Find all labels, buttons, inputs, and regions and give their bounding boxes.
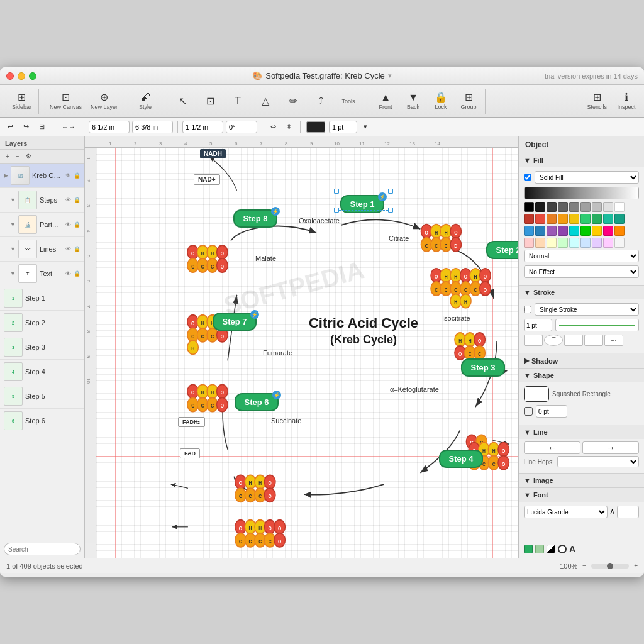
width-input[interactable] (182, 121, 223, 133)
blend-mode-select[interactable]: Normal (524, 250, 639, 262)
step1-bubble[interactable]: Step 1 ⚡ (340, 195, 384, 213)
stroke-arrow-style1[interactable]: — (564, 335, 583, 346)
shadow-section-header[interactable]: ▶ Shadow (519, 353, 644, 368)
layer-step5[interactable]: 5 Step 5 (0, 384, 84, 409)
stroke-round-cap[interactable]: ⌒ (544, 335, 563, 346)
fill-checkbox[interactable] (524, 174, 531, 181)
stroke-color-preview[interactable] (306, 121, 325, 133)
swatch-purple[interactable] (547, 226, 557, 236)
shape-preview[interactable] (524, 386, 549, 402)
line-hops-select[interactable] (557, 456, 639, 467)
swatch-gray2[interactable] (558, 202, 568, 212)
color-gradient-bar[interactable] (524, 187, 639, 199)
stroke-color-preview[interactable] (555, 319, 639, 331)
shape-tool[interactable]: △ (253, 94, 278, 108)
swatch-pink[interactable] (603, 226, 613, 236)
swatch-blue[interactable] (524, 226, 534, 236)
tb2-more[interactable]: ▾ (360, 121, 371, 133)
x-position-input[interactable] (89, 121, 130, 133)
swatch-pastellred[interactable] (524, 238, 534, 248)
style-button[interactable]: 🖌 Style (133, 91, 158, 112)
layer-step2[interactable]: 2 Step 2 (0, 311, 84, 335)
swatch-white[interactable] (614, 202, 625, 212)
no-fill-indicator[interactable] (547, 545, 555, 553)
new-canvas-button[interactable]: ⊡ New Canvas (47, 91, 85, 112)
stroke-section-header[interactable]: ▼ Stroke (519, 286, 644, 299)
delete-layer-btn[interactable]: − (13, 152, 22, 161)
stroke-width-input[interactable] (524, 319, 552, 331)
font-size-input[interactable]: 24 (617, 506, 639, 518)
swatch-yellow[interactable] (569, 214, 579, 224)
fill-section-header[interactable]: ▼ Fill (519, 153, 644, 167)
layer-parts[interactable]: ▼ 🔬 Part... 👁 🔒 (0, 213, 84, 237)
tb2-arrows[interactable]: ←→ (58, 121, 79, 133)
swatch-gray5[interactable] (592, 202, 602, 212)
swatch-gray6[interactable] (603, 202, 613, 212)
layer-step6[interactable]: 6 Step 6 (0, 409, 84, 433)
swatch-pastelyellow[interactable] (547, 238, 557, 248)
swatch-lightred[interactable] (535, 214, 545, 224)
swatch-nearwhite[interactable] (614, 238, 625, 248)
image-section-header[interactable]: ▼ Image (519, 474, 644, 487)
inspect-button[interactable]: ℹ Inspect (614, 91, 639, 112)
text-format-button[interactable]: A (569, 544, 575, 554)
layer-eye-icon[interactable]: 👁 (65, 172, 71, 179)
new-layer-button[interactable]: ⊕ New Layer (87, 91, 121, 112)
step8-bubble[interactable]: Step 8 ⚡ (233, 209, 277, 228)
back-button[interactable]: ▼ Back (401, 91, 426, 112)
layer-kreb-cycle[interactable]: ▶ 🔄 Kreb Cycle 👁 🔒 (0, 164, 84, 188)
marquee-tool[interactable]: ⊡ (197, 94, 223, 108)
swatch-pastelblue[interactable] (580, 238, 591, 248)
swatch-cyan[interactable] (569, 226, 579, 236)
swatch-gray3[interactable] (569, 202, 579, 212)
swatch-pastelcyan[interactable] (569, 238, 579, 248)
line-start-arrow[interactable]: ← (524, 441, 580, 454)
font-name-select[interactable]: Lucida Grande (524, 506, 608, 518)
swatch-brightgreen[interactable] (580, 226, 591, 236)
close-button[interactable] (6, 72, 14, 80)
tb2-redo[interactable]: ↪ (19, 121, 33, 133)
swatch-dark[interactable] (535, 202, 545, 212)
fill-color-indicator[interactable] (524, 545, 533, 553)
minimize-button[interactable] (18, 72, 25, 80)
step2-bubble[interactable]: Step 2 ⚡ (486, 241, 518, 259)
swatch-brightyellow[interactable] (592, 226, 602, 236)
zoom-out-btn[interactable]: − (582, 562, 586, 569)
swatch-red[interactable] (524, 214, 534, 224)
swatch-teal[interactable] (603, 214, 613, 224)
sidebar-button[interactable]: ⊞ Sidebar (9, 91, 35, 112)
group-button[interactable]: ⊞ Group (456, 91, 481, 112)
stroke-arrow-style2[interactable]: -- (584, 335, 603, 346)
layer-lines[interactable]: ▼ 〰 Lines 👁 🔒 (0, 237, 84, 262)
layer-lock-icon[interactable]: 🔒 (74, 172, 80, 179)
tools-label-btn[interactable]: Tools (336, 96, 361, 106)
add-layer-btn[interactable]: + (3, 152, 12, 161)
step7-bubble[interactable]: Step 7 ⚡ (213, 313, 257, 331)
stroke-type-select[interactable]: Single Stroke (535, 303, 639, 316)
pen-tool[interactable]: ✏ (280, 94, 306, 108)
front-button[interactable]: ▲ Front (373, 91, 398, 112)
corner-radius-input[interactable] (536, 405, 567, 418)
swatch-orange[interactable] (547, 214, 557, 224)
swatch-green[interactable] (592, 214, 602, 224)
layer-text[interactable]: ▼ T Text 👁 🔒 (0, 262, 84, 286)
swatch-darkpurple[interactable] (558, 226, 568, 236)
line-section-header[interactable]: ▼ Line (519, 425, 644, 439)
zoom-in-btn[interactable]: + (634, 562, 638, 569)
text-color-indicator[interactable] (558, 545, 567, 553)
swatch-gray4[interactable] (580, 202, 591, 212)
y-position-input[interactable] (132, 121, 173, 133)
layer-step3[interactable]: 3 Step 3 (0, 335, 84, 360)
font-section-header[interactable]: ▼ Font (519, 488, 644, 502)
search-input[interactable] (4, 543, 80, 555)
swatch-pastelpink[interactable] (603, 238, 613, 248)
swatch-darkblue[interactable] (535, 226, 545, 236)
swatch-pastelgreen[interactable] (558, 238, 568, 248)
stroke-size-input[interactable] (329, 121, 357, 133)
tb2-grid[interactable]: ⊞ (35, 121, 48, 133)
tb2-flip-h[interactable]: ⇔ (267, 121, 280, 133)
layer-step1[interactable]: 1 Step 1 (0, 286, 84, 311)
swatch-amber[interactable] (558, 214, 568, 224)
zoom-slider[interactable] (591, 564, 629, 569)
effect-select[interactable]: No Effect (524, 265, 639, 278)
